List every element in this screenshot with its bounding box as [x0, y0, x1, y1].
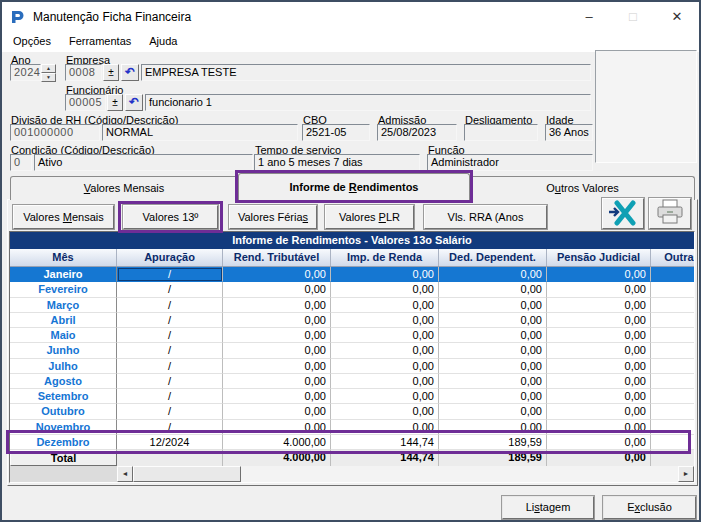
- value-cell[interactable]: 0,00: [547, 404, 651, 419]
- value-cell[interactable]: 0,00: [439, 374, 547, 389]
- value-cell[interactable]: [651, 298, 695, 313]
- value-cell[interactable]: 0,00: [223, 389, 331, 404]
- month-cell[interactable]: Maio: [10, 328, 117, 343]
- month-cell[interactable]: Julho: [10, 359, 117, 374]
- value-cell[interactable]: 12/2024: [117, 435, 223, 450]
- value-cell[interactable]: [651, 328, 695, 343]
- table-row-total[interactable]: Total4.000,00144,74189,590,00: [10, 450, 695, 466]
- month-cell[interactable]: Dezembro: [10, 435, 117, 450]
- value-cell[interactable]: [651, 267, 695, 282]
- empresa-code-field[interactable]: 0008: [65, 64, 102, 81]
- cbo-field[interactable]: 2521-05: [302, 124, 370, 141]
- value-cell[interactable]: 0,00: [547, 298, 651, 313]
- value-cell[interactable]: 0,00: [223, 374, 331, 389]
- tab-informe-de-rendimentos[interactable]: Informe de Rendimentos: [238, 173, 470, 200]
- value-cell[interactable]: 0,00: [223, 298, 331, 313]
- empresa-undo-button[interactable]: ↶: [121, 64, 139, 81]
- funcao-field[interactable]: Administrador: [427, 154, 593, 171]
- value-cell[interactable]: [651, 343, 695, 358]
- month-cell[interactable]: Fevereiro: [10, 282, 117, 297]
- value-cell[interactable]: 0,00: [223, 313, 331, 328]
- scrollbar-track[interactable]: [241, 466, 678, 482]
- value-cell[interactable]: 0,00: [331, 374, 439, 389]
- value-cell[interactable]: 0,00: [331, 328, 439, 343]
- valores-mensais-button[interactable]: Valores Mensais: [13, 205, 114, 229]
- funcionario-code-field[interactable]: 00005: [65, 94, 106, 111]
- divisao-desc-field[interactable]: NORMAL: [102, 124, 298, 141]
- value-cell[interactable]: 0,00: [439, 328, 547, 343]
- value-cell[interactable]: 0,00: [439, 420, 547, 435]
- value-cell[interactable]: 0,00: [223, 267, 331, 282]
- month-cell[interactable]: Abril: [10, 313, 117, 328]
- column-header-2[interactable]: Rend. Tributável: [223, 249, 331, 266]
- value-cell[interactable]: /: [117, 374, 223, 389]
- tab-valores-mensais[interactable]: Valores Mensais: [10, 176, 238, 200]
- valores-ferias-button[interactable]: Valores Férias: [229, 205, 317, 229]
- column-header-3[interactable]: Imp. de Renda: [331, 249, 439, 266]
- value-cell[interactable]: [651, 450, 695, 466]
- month-cell[interactable]: Setembro: [10, 389, 117, 404]
- value-cell[interactable]: [651, 374, 695, 389]
- table-row-9[interactable]: Setembro/0,000,000,000,00: [10, 389, 695, 404]
- column-header-1[interactable]: Apuração: [117, 249, 223, 266]
- value-cell[interactable]: 0,00: [547, 267, 651, 282]
- value-cell[interactable]: [651, 359, 695, 374]
- exclusao-button[interactable]: Exclusão: [603, 496, 696, 519]
- value-cell[interactable]: /: [117, 343, 223, 358]
- ano-spinner[interactable]: ▲ ▼: [41, 64, 56, 81]
- funcionario-name-field[interactable]: funcionario 1: [145, 94, 591, 111]
- condicao-code-field[interactable]: 0: [10, 154, 32, 171]
- value-cell[interactable]: 0,00: [331, 343, 439, 358]
- value-cell[interactable]: /: [117, 359, 223, 374]
- column-header-4[interactable]: Ded. Dependent.: [439, 249, 547, 266]
- value-cell[interactable]: 0,00: [439, 282, 547, 297]
- column-header-5[interactable]: Pensão Judicial: [547, 249, 651, 266]
- value-cell[interactable]: /: [117, 328, 223, 343]
- value-cell[interactable]: 144,74: [331, 435, 439, 450]
- value-cell[interactable]: 0,00: [547, 282, 651, 297]
- value-cell[interactable]: 0,00: [223, 404, 331, 419]
- ano-field[interactable]: 2024: [10, 64, 41, 81]
- table-row-8[interactable]: Agosto/0,000,000,000,00: [10, 374, 695, 389]
- value-cell[interactable]: 0,00: [439, 313, 547, 328]
- value-cell[interactable]: /: [117, 313, 223, 328]
- table-row-7[interactable]: Julho/0,000,000,000,00: [10, 359, 695, 374]
- value-cell[interactable]: 0,00: [439, 359, 547, 374]
- value-cell[interactable]: 0,00: [547, 420, 651, 435]
- value-cell[interactable]: [651, 420, 695, 435]
- value-cell[interactable]: 144,74: [331, 450, 439, 466]
- value-cell[interactable]: [117, 450, 223, 466]
- value-cell[interactable]: 0,00: [547, 343, 651, 358]
- column-header-6[interactable]: Outras De: [651, 249, 695, 266]
- value-cell[interactable]: 0,00: [331, 420, 439, 435]
- value-cell[interactable]: 4.000,00: [223, 450, 331, 466]
- value-cell[interactable]: [651, 313, 695, 328]
- value-cell[interactable]: 0,00: [331, 282, 439, 297]
- desligamento-field[interactable]: [464, 124, 538, 141]
- scroll-right-arrow-icon[interactable]: ►: [678, 466, 694, 482]
- value-cell[interactable]: 0,00: [331, 298, 439, 313]
- value-cell[interactable]: /: [117, 298, 223, 313]
- value-cell[interactable]: /: [117, 267, 223, 282]
- value-cell[interactable]: 0,00: [223, 282, 331, 297]
- close-button[interactable]: ✕: [655, 2, 699, 32]
- table-row-5[interactable]: Maio/0,000,000,000,00: [10, 328, 695, 343]
- value-cell[interactable]: 0,00: [331, 389, 439, 404]
- funcionario-undo-button[interactable]: ↶: [125, 94, 143, 111]
- vls-rra-anos-anteriores-button[interactable]: Vls. RRA (Anos Anteriores): [424, 205, 547, 229]
- value-cell[interactable]: /: [117, 282, 223, 297]
- value-cell[interactable]: 0,00: [439, 267, 547, 282]
- empresa-name-field[interactable]: EMPRESA TESTE: [141, 64, 591, 81]
- menu-ferramentas[interactable]: Ferramentas: [60, 32, 140, 52]
- month-cell[interactable]: Outubro: [10, 404, 117, 419]
- condicao-desc-field[interactable]: Ativo: [34, 154, 253, 171]
- value-cell[interactable]: 0,00: [547, 435, 651, 450]
- value-cell[interactable]: [651, 435, 695, 450]
- print-button[interactable]: [649, 198, 691, 229]
- value-cell[interactable]: [651, 389, 695, 404]
- tab-outros-valores[interactable]: Outros Valores: [470, 176, 695, 200]
- value-cell[interactable]: 4.000,00: [223, 435, 331, 450]
- value-cell[interactable]: [651, 404, 695, 419]
- value-cell[interactable]: 0,00: [331, 313, 439, 328]
- menu-opcoes[interactable]: Opções: [4, 32, 60, 52]
